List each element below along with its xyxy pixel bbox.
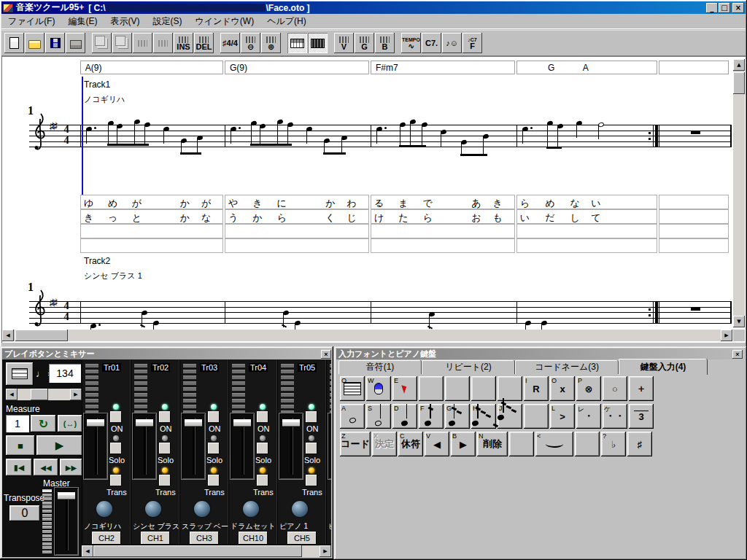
save-file-button[interactable] <box>45 33 65 53</box>
lyric-cell[interactable] <box>516 224 657 238</box>
lyric-cell[interactable]: らめない <box>516 195 657 209</box>
channel-button[interactable]: CH2 <box>92 532 121 545</box>
tab-1[interactable]: 音符(1) <box>338 360 422 374</box>
chord-view-button[interactable]: C7. <box>422 33 441 53</box>
palette-button-empty[interactable] <box>419 376 444 401</box>
channel-fader-thumb[interactable] <box>136 419 153 427</box>
zoom-out-button[interactable]: ⊖ <box>241 33 260 53</box>
master-fader-thumb[interactable] <box>58 492 75 499</box>
playback-cursor[interactable] <box>82 77 83 195</box>
palette-button-V[interactable]: V◀ <box>425 432 449 456</box>
tab-2[interactable]: リピート(2) <box>422 360 515 374</box>
channel-button[interactable]: CH1 <box>141 532 170 545</box>
palette-button-empty[interactable] <box>575 432 600 456</box>
palette-button-S[interactable]: S <box>366 404 391 429</box>
solo-button[interactable] <box>208 443 220 454</box>
balance-view-button[interactable]: B <box>375 33 395 53</box>
tempo-value[interactable]: 134 <box>49 364 81 383</box>
palette-button-♯[interactable]: ♯ <box>627 432 652 456</box>
tab-4[interactable]: 鍵盤入力(4) <box>619 359 708 375</box>
lyric-cell[interactable]: やきにかわ <box>225 195 369 209</box>
lyric-cell[interactable]: きっとかな <box>80 209 223 224</box>
go-first-button[interactable]: ▮◀ <box>6 459 32 476</box>
pan-knob[interactable] <box>96 501 112 517</box>
pan-knob[interactable] <box>243 501 259 517</box>
tab-3[interactable]: コードネーム(3) <box>515 360 619 374</box>
score-hscrollbar-thumb[interactable] <box>15 330 68 341</box>
pan-knob[interactable] <box>145 501 161 517</box>
palette-button-empty[interactable] <box>498 376 522 401</box>
palette-button-Q[interactable]: Q <box>340 376 365 401</box>
palette-button-D[interactable]: D <box>392 404 417 429</box>
menu-item-2[interactable]: 表示(V) <box>104 14 146 29</box>
gate-view-button[interactable]: G <box>355 33 374 53</box>
loop-range-button[interactable]: (↔) <box>58 415 82 432</box>
score-vscrollbar-down-arrow-icon[interactable]: ▼ <box>733 316 745 327</box>
score-vscrollbar-track[interactable] <box>733 59 745 327</box>
lyric-cell[interactable] <box>371 224 515 238</box>
lyric-cell[interactable] <box>659 195 729 209</box>
solo-button[interactable] <box>159 443 171 454</box>
palette-button-?[interactable]: ?♭ <box>601 432 626 456</box>
master-fader[interactable] <box>55 488 78 555</box>
menu-item-0[interactable]: ファイル(F) <box>1 14 61 29</box>
lyric-cell[interactable] <box>225 224 369 238</box>
solo-button[interactable] <box>257 443 268 454</box>
menu-item-3[interactable]: 設定(S) <box>146 14 188 29</box>
palette-button-empty[interactable] <box>524 404 549 429</box>
lyric-cell[interactable] <box>371 238 515 253</box>
palette-button-Z[interactable]: Zコード <box>340 432 371 456</box>
measure-delete-button[interactable]: DEL <box>194 33 214 53</box>
chord-box-4[interactable]: GA <box>516 61 657 74</box>
tempo-scrollbar-thumb[interactable] <box>31 389 48 400</box>
score-hscrollbar-up-arrow-icon[interactable]: ◀ <box>2 330 14 341</box>
on-button[interactable] <box>208 411 220 423</box>
velocity-view-button[interactable]: V <box>334 33 354 53</box>
chord-box-3[interactable]: F#m7 <box>371 61 515 74</box>
palette-button-W[interactable]: W <box>366 376 391 401</box>
open-file-button[interactable] <box>25 33 44 53</box>
channel-fader-thumb[interactable] <box>233 419 251 427</box>
on-button[interactable] <box>257 411 268 423</box>
new-file-button[interactable] <box>4 33 24 53</box>
close-button[interactable]: × <box>732 3 744 13</box>
palette-button-empty[interactable] <box>509 432 534 456</box>
lyric-cell[interactable] <box>80 238 223 253</box>
on-button[interactable] <box>306 411 317 423</box>
mixer-close-icon[interactable]: × <box>321 350 331 359</box>
palette-button-＋[interactable]: ＋ <box>629 376 654 401</box>
lyric-cell[interactable]: うからくじ <box>225 209 369 224</box>
lyrics-view-button[interactable]: ♪☺ <box>442 33 462 53</box>
tempo-scrollbar-down-arrow-icon[interactable]: ▶ <box>70 389 82 400</box>
transpose-value[interactable]: 0 <box>9 505 40 521</box>
palette-button-C[interactable]: C休符 <box>398 432 423 456</box>
palette-button-○[interactable]: ○ <box>603 376 627 401</box>
channel-fader[interactable] <box>84 413 107 479</box>
palette-button-F[interactable]: F <box>419 404 444 429</box>
score-hscrollbar-down-arrow-icon[interactable]: ▶ <box>721 330 732 341</box>
palette-button-3[interactable]: 3 <box>629 404 654 429</box>
channel-fader-thumb[interactable] <box>87 419 104 427</box>
lyric-cell[interactable]: ゆめがかが <box>80 195 223 209</box>
channel-fader-thumb[interactable] <box>282 419 300 427</box>
lyric-cell[interactable]: るまであき <box>371 195 515 209</box>
chord-track-view-button[interactable]: ♪C7F <box>462 33 482 53</box>
palette-button-P[interactable]: P⊗ <box>576 376 601 401</box>
palette-close-icon[interactable]: × <box>732 350 743 359</box>
channel-button[interactable]: CH10 <box>239 532 268 545</box>
lyric-cell[interactable] <box>516 238 657 253</box>
palette-title-bar[interactable]: 入力フォントとピアノ鍵盤 <box>336 349 733 359</box>
palette-button-E[interactable]: E <box>392 376 417 401</box>
channel-fader[interactable] <box>279 413 303 479</box>
palette-button-empty[interactable] <box>471 376 496 401</box>
lyric-cell[interactable] <box>225 238 369 253</box>
solo-button[interactable] <box>110 443 122 454</box>
trans-button[interactable] <box>110 475 122 486</box>
chord-box-1[interactable]: A(9) <box>80 61 223 74</box>
mixer-window-button[interactable] <box>308 33 328 53</box>
palette-button-J[interactable]: J <box>498 404 522 429</box>
print-button[interactable] <box>66 33 85 53</box>
channel-fader[interactable] <box>182 413 205 479</box>
channel-button[interactable]: CH5 <box>287 532 317 545</box>
palette-button-I[interactable]: IR <box>524 376 549 401</box>
